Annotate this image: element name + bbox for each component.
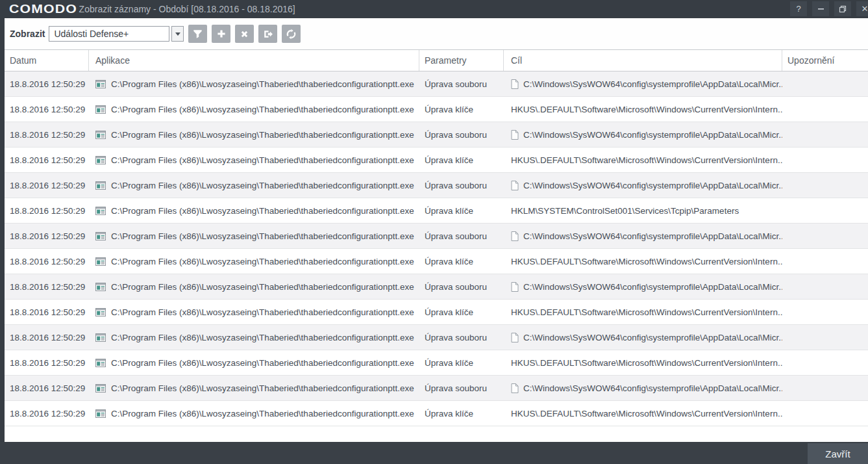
application-path: C:\Program Files (x86)\Lwosyzaseing\Thab…	[111, 307, 414, 317]
cell-application: C:\Program Files (x86)\Lwosyzaseing\Thab…	[89, 198, 419, 223]
application-path: C:\Program Files (x86)\Lwosyzaseing\Thab…	[111, 333, 414, 342]
table-row[interactable]: 18.8.2016 12:50:29 C:\Program Files (x86…	[5, 325, 868, 350]
cell-parameters: Úprava souboru	[419, 224, 504, 248]
cell-target: C:\Windows\SysWOW64\config\systemprofile…	[504, 325, 782, 350]
target-path: HKUS\.DEFAULT\Software\Microsoft\Windows…	[511, 257, 782, 266]
cell-date: 18.8.2016 12:50:29	[5, 97, 89, 122]
cell-parameters: Úprava souboru	[419, 376, 504, 400]
close-dialog-button[interactable]: Zavřít	[808, 443, 868, 464]
cell-parameters: Úprava klíče	[419, 249, 504, 274]
table-row[interactable]: 18.8.2016 12:50:29 C:\Program Files (x86…	[5, 249, 868, 274]
cell-parameters: Úprava souboru	[419, 325, 504, 350]
cell-date: 18.8.2016 12:50:29	[5, 300, 89, 324]
table-row[interactable]: 18.8.2016 12:50:29 C:\Program Files (x86…	[5, 198, 868, 224]
cell-target: HKUS\.DEFAULT\Software\Microsoft\Windows…	[504, 249, 782, 274]
cell-application: C:\Program Files (x86)\Lwosyzaseing\Thab…	[89, 249, 419, 274]
plus-icon	[216, 29, 227, 39]
cell-alert	[782, 148, 868, 172]
application-window-icon	[95, 181, 106, 190]
target-path: HKUS\.DEFAULT\Software\Microsoft\Windows…	[511, 105, 782, 114]
table-row[interactable]: 18.8.2016 12:50:29 C:\Program Files (x86…	[5, 122, 868, 148]
application-path: C:\Program Files (x86)\Lwosyzaseing\Thab…	[111, 282, 414, 292]
comodo-logo: COMODO	[9, 2, 77, 16]
help-icon: ?	[796, 4, 800, 14]
cell-target: C:\Windows\SysWOW64\config\systemprofile…	[504, 71, 782, 96]
cell-target: HKLM\SYSTEM\ControlSet001\Services\Tcpip…	[504, 198, 782, 223]
cell-application: C:\Program Files (x86)\Lwosyzaseing\Thab…	[89, 148, 419, 172]
table-row[interactable]: 18.8.2016 12:50:29 C:\Program Files (x86…	[5, 173, 868, 198]
delete-button[interactable]	[235, 25, 254, 43]
file-icon	[511, 333, 519, 342]
cell-date: 18.8.2016 12:50:29	[5, 350, 89, 375]
application-window-icon	[95, 156, 106, 164]
cell-date: 18.8.2016 12:50:29	[5, 274, 89, 299]
cell-target: HKUS\.DEFAULT\Software\Microsoft\Windows…	[504, 97, 782, 122]
cell-date: 18.8.2016 12:50:29	[5, 71, 89, 96]
file-icon	[511, 231, 519, 241]
target-path: HKUS\.DEFAULT\Software\Microsoft\Windows…	[511, 358, 782, 368]
application-path: C:\Program Files (x86)\Lwosyzaseing\Thab…	[111, 358, 414, 368]
column-header-datum[interactable]: Datum	[5, 50, 89, 71]
application-window-icon	[95, 257, 106, 266]
cell-application: C:\Program Files (x86)\Lwosyzaseing\Thab…	[89, 376, 419, 400]
table-row[interactable]: 18.8.2016 12:50:29 C:\Program Files (x86…	[5, 148, 868, 173]
cell-date: 18.8.2016 12:50:29	[5, 401, 89, 426]
help-button[interactable]: ?	[790, 1, 807, 16]
column-header-upozorneni[interactable]: Upozornění	[782, 50, 868, 71]
close-button[interactable]: ✕	[856, 1, 868, 16]
window-title: Zobrazit záznamy - Období [08.18.2016 - …	[79, 4, 295, 14]
table-row[interactable]: 18.8.2016 12:50:29 C:\Program Files (x86…	[5, 300, 868, 325]
column-header-aplikace[interactable]: Aplikace	[89, 50, 419, 71]
table-row[interactable]: 18.8.2016 12:50:29 C:\Program Files (x86…	[5, 97, 868, 122]
target-path: C:\Windows\SysWOW64\config\systemprofile…	[523, 130, 782, 140]
application-window-icon	[95, 131, 106, 139]
footer-bar: Zavřít	[0, 442, 868, 464]
restore-button[interactable]	[834, 1, 851, 16]
application-path: C:\Program Files (x86)\Lwosyzaseing\Thab…	[111, 409, 414, 419]
dropdown-arrow-button[interactable]	[171, 26, 184, 42]
column-header-parametry[interactable]: Parametry	[419, 50, 504, 71]
table-row[interactable]: 18.8.2016 12:50:29 C:\Program Files (x86…	[5, 71, 868, 97]
cell-application: C:\Program Files (x86)\Lwosyzaseing\Thab…	[89, 71, 419, 96]
refresh-button[interactable]	[282, 25, 301, 43]
window-controls: ? ✕	[790, 1, 868, 16]
add-button[interactable]	[212, 25, 230, 43]
view-dropdown-value: Události Defense+	[54, 29, 129, 39]
minimize-button[interactable]	[812, 1, 829, 16]
application-window-icon	[95, 359, 106, 367]
file-icon	[511, 130, 519, 140]
cell-alert	[782, 97, 868, 122]
cell-alert	[782, 325, 868, 350]
cell-alert	[782, 274, 868, 299]
cell-parameters: Úprava souboru	[419, 122, 504, 147]
cell-target: HKUS\.DEFAULT\Software\Microsoft\Windows…	[504, 401, 782, 426]
refresh-icon	[286, 29, 297, 40]
cell-alert	[782, 401, 868, 426]
cell-date: 18.8.2016 12:50:29	[5, 325, 89, 350]
cell-target: C:\Windows\SysWOW64\config\systemprofile…	[504, 122, 782, 147]
view-label: Zobrazit	[10, 29, 45, 39]
file-icon	[511, 181, 519, 190]
cell-date: 18.8.2016 12:50:29	[5, 224, 89, 248]
table-row[interactable]: 18.8.2016 12:50:29 C:\Program Files (x86…	[5, 401, 868, 426]
close-icon: ✕	[862, 4, 868, 14]
cell-target: HKUS\.DEFAULT\Software\Microsoft\Windows…	[504, 350, 782, 375]
cell-target: C:\Windows\SysWOW64\config\systemprofile…	[504, 224, 782, 248]
view-dropdown[interactable]: Události Defense+	[49, 26, 169, 42]
application-window-icon	[95, 384, 106, 393]
application-window-icon	[95, 409, 106, 418]
file-icon	[511, 383, 519, 393]
export-button[interactable]	[258, 25, 277, 43]
table-row[interactable]: 18.8.2016 12:50:29 C:\Program Files (x86…	[5, 376, 868, 401]
cell-parameters: Úprava klíče	[419, 198, 504, 223]
column-header-cil[interactable]: Cíl	[504, 50, 782, 71]
table-row[interactable]: 18.8.2016 12:50:29 C:\Program Files (x86…	[5, 350, 868, 376]
cell-parameters: Úprava souboru	[419, 274, 504, 299]
target-path: C:\Windows\SysWOW64\config\systemprofile…	[523, 383, 782, 393]
filter-button[interactable]	[188, 25, 207, 43]
cell-alert	[782, 376, 868, 400]
cell-parameters: Úprava klíče	[419, 97, 504, 122]
table-row[interactable]: 18.8.2016 12:50:29 C:\Program Files (x86…	[5, 274, 868, 300]
cell-application: C:\Program Files (x86)\Lwosyzaseing\Thab…	[89, 325, 419, 350]
table-row[interactable]: 18.8.2016 12:50:29 C:\Program Files (x86…	[5, 224, 868, 249]
